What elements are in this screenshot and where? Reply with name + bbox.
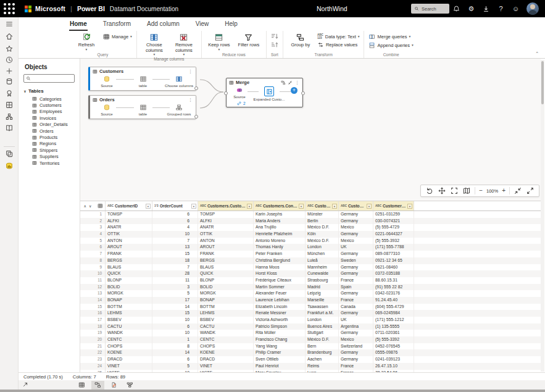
cell[interactable]: BERGS [106, 257, 152, 264]
group-by-button[interactable]: Group by [288, 32, 314, 48]
cell[interactable]: 13 [152, 244, 198, 251]
refresh-button[interactable]: Refresh▾ [73, 32, 99, 51]
cell[interactable]: DRACD [198, 356, 254, 363]
cell[interactable]: Berlin [306, 218, 339, 225]
table-row[interactable]: 14BONAP17BONAPLaurence LebihanMarseilleF… [80, 297, 541, 304]
sidebar-item-table-invoices[interactable]: Invoices [19, 115, 80, 121]
cell[interactable]: Germany [339, 270, 373, 277]
query-node-orders[interactable]: Orders ⋮ SourcetableGrouped rows [88, 95, 196, 119]
cell[interactable]: 089-0877310 [373, 251, 414, 257]
cell[interactable]: Mexico [339, 238, 373, 244]
cell[interactable]: Germany [339, 251, 373, 257]
cell[interactable]: 88.60.15.31 [373, 277, 414, 284]
cell[interactable]: Argentina [339, 323, 373, 330]
user-avatar[interactable] [526, 2, 539, 15]
cell[interactable]: France [339, 363, 373, 370]
scrollbar-thumb[interactable] [541, 61, 544, 104]
table-row[interactable]: 7FRANK15FRANKPeter FrankenMünchenGermany… [80, 251, 541, 257]
kebab-menu-icon[interactable]: ⋮ [188, 98, 193, 102]
cell[interactable]: QUICK [106, 270, 152, 277]
cell[interactable]: 0621-08460 [373, 264, 414, 271]
cell[interactable]: Christina Berglund [254, 257, 306, 264]
cell[interactable]: 6 [152, 218, 198, 225]
diagram-canvas[interactable]: Customers ⋮ SourcetableChoose columns Or… [80, 59, 541, 201]
pan-icon[interactable] [438, 186, 446, 195]
column-header-customers.city[interactable]: ABCCustomers.City▾ [306, 201, 339, 211]
cell[interactable]: Cunewalde [306, 270, 339, 277]
table-row[interactable]: 3ANATR4ANATRAna TrujilloMéxico D.F.Mexic… [80, 224, 541, 231]
settings-gear-icon[interactable]: ⚙ [467, 5, 475, 13]
cell[interactable]: UK [339, 244, 373, 251]
cell[interactable]: (91) 555 22 82 [373, 284, 414, 291]
cell[interactable]: London [306, 317, 339, 323]
nav-recent-icon[interactable] [5, 56, 14, 64]
cell[interactable]: Mannheim [306, 264, 339, 271]
zoom-out-button[interactable]: − [479, 188, 483, 194]
cell[interactable]: BLAUS [106, 264, 152, 271]
cell[interactable]: KOENE [198, 349, 254, 356]
nav-learn-icon[interactable] [5, 123, 14, 132]
output-port[interactable] [194, 86, 198, 90]
vertical-scrollbar[interactable] [541, 60, 544, 372]
choose-columns-button[interactable]: Choose columns▾ [141, 32, 167, 56]
kebab-menu-icon[interactable]: ⋮ [294, 80, 300, 85]
cell[interactable]: Bern [306, 343, 339, 350]
cell[interactable]: KOENE [106, 349, 152, 356]
filter-dropdown-icon[interactable]: ▾ [146, 204, 151, 209]
cell[interactable]: México D.F. [306, 224, 339, 231]
cell[interactable]: Mexico [339, 224, 373, 231]
cell[interactable]: 6 [152, 211, 198, 218]
sidebar-item-table-orders[interactable]: Orders [19, 128, 80, 134]
append-queries-button[interactable]: Append queries▾ [368, 42, 413, 49]
cell[interactable]: ANTON [106, 238, 152, 244]
table-row[interactable]: 1TOMSP6TOMSPKarin JosephsMünsterGermany0… [80, 211, 541, 218]
nav-browse-icon[interactable] [5, 77, 14, 86]
cell[interactable]: Patricio Simpson [254, 323, 306, 330]
cell[interactable]: Sweden [339, 257, 373, 264]
tab-help[interactable]: Help [224, 19, 238, 31]
cell[interactable]: OTTIK [198, 231, 254, 238]
cell[interactable]: ALFKI [198, 218, 254, 225]
cell[interactable]: Germany [339, 290, 373, 297]
table-row[interactable]: 15BOTTM14BOTTMElizabeth LincolnTsawassen… [80, 304, 541, 311]
open-in-new-icon[interactable] [21, 382, 28, 389]
input-port[interactable] [224, 91, 228, 95]
cell[interactable]: ANTON [198, 238, 254, 244]
cell[interactable]: LEHMS [198, 310, 254, 317]
waffle-menu-icon[interactable] [0, 0, 19, 17]
cell[interactable]: Tsawassen [306, 304, 339, 311]
cell[interactable]: Germany [339, 264, 373, 271]
cell[interactable]: Hanna Moos [254, 264, 306, 271]
sidebar-item-table-order_details[interactable]: Order_Details [19, 122, 80, 128]
cell[interactable]: München [306, 251, 339, 257]
cell[interactable]: 7 [152, 238, 198, 244]
cell[interactable]: Horst Kloss [254, 270, 306, 277]
sql-editor-view-button[interactable] [107, 381, 120, 390]
sidebar-item-table-customers[interactable]: Customers [19, 102, 80, 108]
keep-rows-button[interactable]: Keep rows▾ [206, 32, 232, 51]
tab-add-column[interactable]: Add column [146, 19, 180, 31]
cell[interactable]: CENTC [198, 336, 254, 343]
cell[interactable]: Rita Müller [254, 330, 306, 336]
table-row[interactable]: 18CACTU6CACTUPatricio SimpsonBuenos Aire… [80, 323, 541, 330]
cell[interactable]: France [339, 277, 373, 284]
cell[interactable]: Paul Henriot [254, 363, 306, 370]
filter-dropdown-icon[interactable]: ▾ [367, 204, 372, 209]
cell[interactable]: Sven Ottlieb [254, 356, 306, 363]
cell[interactable]: (604) 555-4729 [373, 304, 414, 311]
cell[interactable]: 10 [152, 231, 198, 238]
cell[interactable]: Victoria Ashworth [254, 317, 306, 323]
table-row[interactable]: 8BERGS18BERGSChristina BerglundLuleåSwed… [80, 257, 541, 264]
cell[interactable]: AROUT [198, 244, 254, 251]
sort-descending-icon[interactable] [271, 42, 278, 48]
cell[interactable]: 0342-023176 [373, 290, 414, 297]
cell[interactable]: Münster [306, 211, 339, 218]
column-header-ordercount[interactable]: 1²3OrderCount▾ [152, 201, 198, 211]
cell[interactable]: Leipzig [306, 290, 339, 297]
cell[interactable]: 14 [152, 304, 198, 311]
nav-workspaces-icon[interactable] [5, 149, 14, 158]
nav-home-icon[interactable] [5, 32, 14, 41]
cell[interactable]: Germany [339, 310, 373, 317]
kebab-menu-icon[interactable]: ⋮ [188, 69, 193, 74]
table-row[interactable]: 6AROUT13AROUTThomas HardyLondonUK(171) 5… [80, 244, 541, 251]
